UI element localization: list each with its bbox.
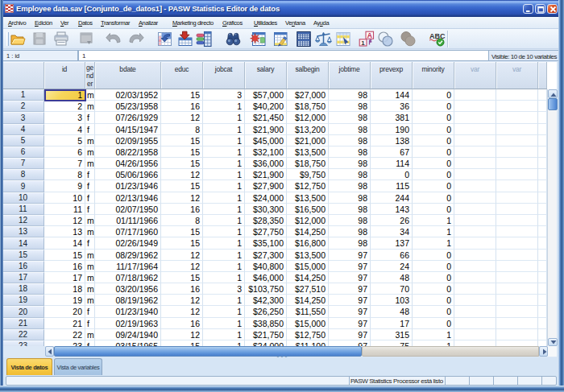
svg-text:A: A	[367, 31, 372, 39]
svg-text:1: 1	[361, 39, 365, 47]
